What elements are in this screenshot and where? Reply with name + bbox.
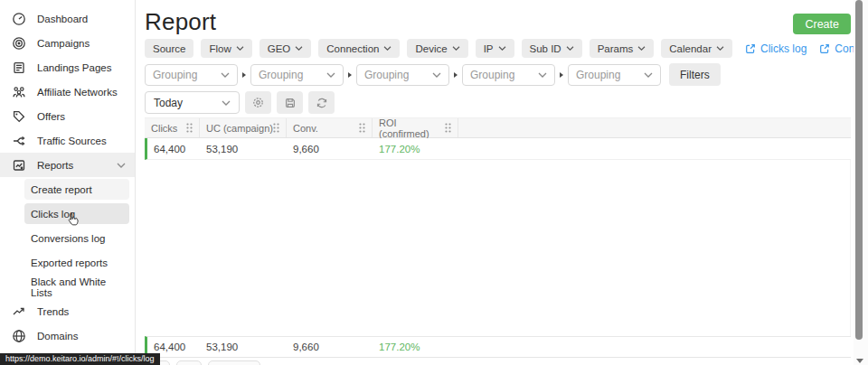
table-summary-row: 64,400 53,190 9,660 177.20% <box>145 336 851 358</box>
table-empty-area <box>145 160 851 336</box>
sidebar-item-label: Reports <box>37 160 73 171</box>
cell-roi: 177.20% <box>373 144 458 154</box>
gear-icon <box>251 96 265 109</box>
filter-geo-button[interactable]: GEO <box>259 39 312 58</box>
sidebar-item-label: Affiliate Networks <box>37 87 118 98</box>
summary-conv: 9,660 <box>287 342 373 352</box>
sidebar-item-landings-pages[interactable]: Landings Pages <box>0 55 135 80</box>
chevron-down-icon <box>222 100 231 106</box>
summary-clicks: 64,400 <box>147 342 200 352</box>
column-header-uc-campaign[interactable]: UC (campaign) <box>200 118 287 137</box>
filter-label: GEO <box>268 43 291 54</box>
filter-connection-button[interactable]: Connection <box>318 39 400 58</box>
save-report-button[interactable] <box>277 91 303 114</box>
grouping-select-1[interactable]: Grouping <box>145 64 238 86</box>
filter-calendar-button[interactable]: Calendar <box>661 39 732 58</box>
drag-handle-icon[interactable] <box>445 123 451 133</box>
status-bar: https://demo.keitaro.io/admin/#!/clicks/… <box>0 353 160 365</box>
column-label: Clicks <box>151 123 177 134</box>
column-label: Conv. <box>293 123 318 134</box>
pagination-page-size-select[interactable] <box>208 360 260 365</box>
report-table: Clicks UC (campaign) Conv. ROI (confirme… <box>145 117 851 358</box>
grouping-select-5[interactable]: Grouping <box>568 64 661 86</box>
column-label: ROI (confirmed) <box>379 117 445 139</box>
scrollbar-thumb[interactable] <box>855 0 863 340</box>
sidebar-item-trends[interactable]: Trends <box>0 299 135 323</box>
pagination-button[interactable] <box>176 360 202 365</box>
filter-label: Calendar <box>669 43 712 54</box>
settings-button[interactable] <box>245 91 271 114</box>
grouping-row: Grouping Grouping Grouping Grouping Grou… <box>145 63 721 86</box>
chevron-down-icon <box>236 46 244 51</box>
filter-sub-id-button[interactable]: Sub ID <box>522 39 582 58</box>
date-range-select[interactable]: Today <box>145 91 240 114</box>
chevron-down-icon <box>383 46 392 51</box>
grouping-placeholder: Grouping <box>259 69 303 81</box>
reports-icon <box>12 158 26 173</box>
sidebar-item-label: Campaigns <box>37 38 90 49</box>
table-row[interactable]: 64,400 53,190 9,660 177.20% <box>145 138 851 160</box>
grouping-placeholder: Grouping <box>576 69 620 81</box>
filter-label: IP <box>484 43 494 54</box>
chevron-down-icon <box>221 72 230 78</box>
drag-handle-icon[interactable] <box>359 123 365 133</box>
column-header-clicks[interactable]: Clicks <box>145 118 200 137</box>
filter-label: Device <box>415 43 447 54</box>
trends-icon <box>12 304 26 319</box>
chevron-down-icon <box>432 72 441 78</box>
grouping-select-4[interactable]: Grouping <box>462 64 555 86</box>
grouping-separator-icon <box>454 72 458 78</box>
sub-item-label: Black and White Lists <box>31 276 129 298</box>
chevron-down-icon <box>117 163 126 168</box>
filters-button[interactable]: Filters <box>669 63 721 86</box>
clicks-log-link[interactable]: Clicks log <box>745 42 807 55</box>
filter-label: Flow <box>209 43 231 54</box>
filter-device-button[interactable]: Device <box>407 39 467 58</box>
sidebar-item-domains[interactable]: Domains <box>0 323 135 348</box>
filter-label: Connection <box>326 43 379 54</box>
filter-ip-button[interactable]: IP <box>476 39 514 58</box>
filter-flow-button[interactable]: Flow <box>201 39 251 58</box>
sidebar-item-offers[interactable]: Offers <box>0 104 135 128</box>
pagination <box>145 360 260 365</box>
filter-row: Source Flow GEO Connection Device IP Sub… <box>145 39 868 58</box>
grouping-placeholder: Grouping <box>470 69 514 81</box>
vertical-scrollbar[interactable] <box>854 0 868 365</box>
status-url: https://demo.keitaro.io/admin/#!/clicks/… <box>5 354 155 363</box>
grouping-separator-icon <box>348 72 352 78</box>
chevron-down-icon <box>452 46 460 51</box>
sidebar-item-campaigns[interactable]: Campaigns <box>0 31 135 55</box>
create-button[interactable]: Create <box>793 14 851 34</box>
sidebar-item-label: Trends <box>37 306 69 317</box>
chevron-down-icon <box>295 46 303 51</box>
filter-source-button[interactable]: Source <box>145 39 193 58</box>
refresh-icon <box>316 97 328 109</box>
sidebar-item-exported-reports[interactable]: Exported reports <box>24 252 129 273</box>
sidebar-item-traffic-sources[interactable]: Traffic Sources <box>0 128 135 153</box>
sidebar-item-create-report[interactable]: Create report <box>24 179 129 200</box>
affiliate-networks-icon <box>12 85 26 99</box>
sidebar-item-reports[interactable]: Reports <box>0 153 135 177</box>
filter-params-button[interactable]: Params <box>590 39 655 58</box>
grouping-select-2[interactable]: Grouping <box>250 64 344 86</box>
cell-conv: 9,660 <box>287 144 373 154</box>
external-link-icon <box>819 43 830 54</box>
sidebar-item-black-and-white-lists[interactable]: Black and White Lists <box>24 276 129 297</box>
column-header-roi-confirmed[interactable]: ROI (confirmed) <box>373 118 458 137</box>
sidebar-item-affiliate-networks[interactable]: Affiliate Networks <box>0 80 135 104</box>
column-header-conv[interactable]: Conv. <box>287 118 373 137</box>
sidebar-item-dashboard[interactable]: Dashboard <box>0 6 135 31</box>
sub-item-label: Exported reports <box>31 257 108 268</box>
date-range-value: Today <box>154 97 183 109</box>
column-header-filler <box>458 118 851 137</box>
traffic-sources-icon <box>12 134 26 148</box>
drag-handle-icon[interactable] <box>186 123 193 133</box>
grouping-select-3[interactable]: Grouping <box>356 64 449 86</box>
filter-label: Params <box>598 43 634 54</box>
drag-handle-icon[interactable] <box>273 123 279 133</box>
main-content: Report Create Source Flow GEO Connection… <box>136 0 854 365</box>
refresh-button[interactable] <box>308 91 335 114</box>
scrollbar-down-arrow-icon[interactable] <box>856 359 863 363</box>
sidebar-item-conversions-log[interactable]: Conversions log <box>24 228 129 248</box>
filter-label: Source <box>153 43 185 54</box>
